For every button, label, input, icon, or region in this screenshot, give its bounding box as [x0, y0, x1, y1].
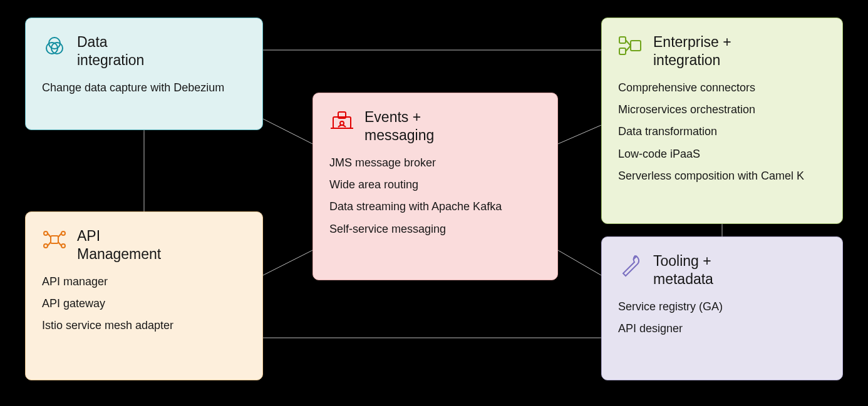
svg-point-23 — [61, 231, 65, 235]
card-items: Change data capture with Debezium — [42, 81, 246, 95]
card-items: Comprehensive connectorsMicroservices or… — [618, 81, 826, 184]
nodes-icon — [618, 33, 643, 58]
card-items: JMS message brokerWide area routingData … — [329, 156, 541, 237]
card-title: Data integration — [77, 33, 144, 69]
svg-line-5 — [558, 250, 601, 275]
list-item: API gateway — [42, 297, 246, 311]
list-item: Comprehensive connectors — [618, 81, 826, 95]
list-item: API manager — [42, 275, 246, 289]
card-tooling-metadata: Tooling + metadata Service registry (GA)… — [601, 236, 843, 380]
list-item: Wide area routing — [329, 178, 541, 192]
svg-rect-20 — [51, 236, 58, 243]
svg-point-24 — [61, 244, 65, 248]
card-title: Events + messaging — [364, 108, 434, 145]
list-item: Service registry (GA) — [618, 300, 826, 314]
svg-line-25 — [48, 233, 51, 237]
api-network-icon — [42, 227, 67, 252]
svg-rect-16 — [619, 37, 626, 43]
svg-line-18 — [626, 40, 631, 46]
svg-line-0 — [263, 119, 313, 144]
card-title: Tooling + metadata — [653, 252, 713, 288]
svg-rect-17 — [619, 48, 626, 54]
list-item: JMS message broker — [329, 156, 541, 170]
card-api-management: API Management API managerAPI gatewayIst… — [25, 211, 263, 380]
card-items: Service registry (GA)API designer — [618, 300, 826, 337]
list-item: Data transformation — [618, 124, 826, 139]
venn-icon — [42, 33, 67, 58]
svg-point-21 — [44, 231, 48, 235]
list-item: Self-service messaging — [329, 222, 541, 236]
svg-rect-15 — [631, 41, 641, 51]
list-item: Serverless composition with Camel K — [618, 169, 826, 183]
list-item: Istio service mesh adapter — [42, 318, 246, 333]
card-enterprise-integration: Enterprise + integration Comprehensive c… — [601, 18, 843, 224]
list-item: Data streaming with Apache Kafka — [329, 200, 541, 214]
list-item: API designer — [618, 322, 826, 336]
card-items: API managerAPI gatewayIstio service mesh… — [42, 275, 246, 333]
svg-line-4 — [263, 250, 313, 275]
presentation-icon — [329, 108, 354, 133]
svg-line-3 — [558, 125, 601, 144]
list-item: Low-code iPaaS — [618, 147, 826, 161]
svg-line-27 — [58, 233, 61, 237]
svg-line-28 — [58, 242, 61, 246]
card-title: Enterprise + integration — [653, 33, 731, 69]
card-title: API Management — [77, 227, 161, 263]
list-item: Change data capture with Debezium — [42, 81, 246, 95]
card-events-messaging: Events + messaging JMS message brokerWid… — [313, 93, 558, 280]
svg-line-26 — [48, 242, 51, 246]
svg-point-22 — [44, 244, 48, 248]
svg-line-19 — [626, 46, 631, 51]
list-item: Microservices orchestration — [618, 103, 826, 117]
card-data-integration: Data integration Change data capture wit… — [25, 18, 263, 130]
wrench-icon — [618, 252, 643, 277]
